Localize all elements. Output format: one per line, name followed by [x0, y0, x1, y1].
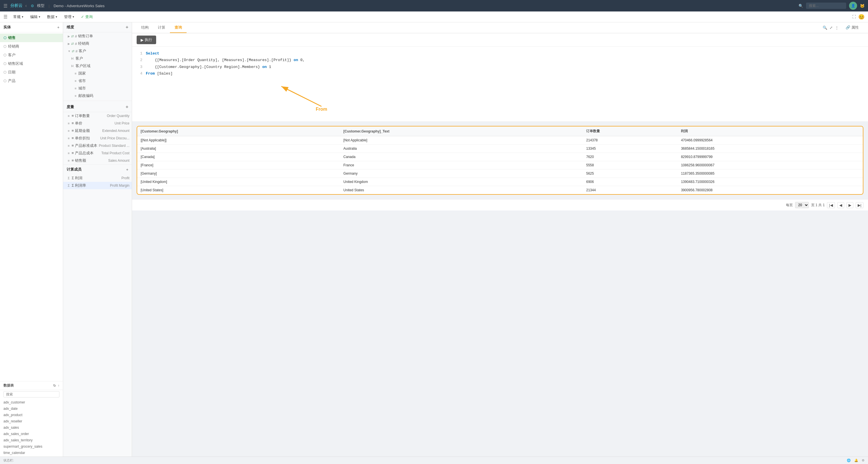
- cell-geography: [France]: [137, 161, 340, 169]
- data-table-search-box: [0, 390, 63, 399]
- keyword-on: on: [293, 58, 298, 62]
- dim-level-city[interactable]: ≡ 城市: [63, 85, 132, 92]
- table-row[interactable]: [Australia] Australia 13345 3685844.1500…: [137, 144, 863, 153]
- execute-button[interactable]: ▶ 执行: [136, 36, 156, 44]
- data-table-item[interactable]: adv_customer: [0, 399, 63, 405]
- per-page-select[interactable]: 20: [795, 202, 809, 208]
- entity-item-reseller[interactable]: ⬡ 经销商: [0, 42, 63, 51]
- dim-level-province[interactable]: ≡ 省市: [63, 77, 132, 85]
- dim-item-customer[interactable]: ▼ ⇄ # 客户: [63, 47, 132, 55]
- ham-icon[interactable]: ☰: [3, 14, 7, 20]
- measure-prod-total-cost[interactable]: ≡ ≡ 产品总成本 Total Product Cost: [63, 150, 132, 157]
- cell-profit: 470466.0999928564: [677, 136, 863, 144]
- entity-item-date[interactable]: ⬡ 日期: [0, 68, 63, 76]
- data-table-item[interactable]: adv_sales: [0, 424, 63, 431]
- refresh-icon[interactable]: ↻: [53, 384, 56, 388]
- entity-add-btn[interactable]: +: [57, 25, 59, 30]
- menu-item-edit[interactable]: 编辑 ▾: [27, 12, 43, 21]
- data-table-item[interactable]: adv_product: [0, 412, 63, 418]
- measure-order-qty[interactable]: ≡ ≡ 订单数量 Order Quantity: [63, 112, 132, 120]
- code-line-2: 2 {[Measures].[Order Quantity], [Measure…: [136, 57, 863, 63]
- measure-alias: Unit Price Discou...: [100, 136, 129, 140]
- dim-item-reseller[interactable]: ▶ ⇄ # 经销商: [63, 40, 132, 47]
- user-avatar[interactable]: 👤: [849, 2, 857, 10]
- user-icon[interactable]: 🐱: [860, 4, 865, 8]
- data-table-item[interactable]: time_calendar: [0, 450, 63, 456]
- last-page-btn[interactable]: ▶|: [856, 202, 863, 208]
- dim-level-country[interactable]: ≡ 国家: [63, 70, 132, 77]
- calc-member-add-btn[interactable]: +: [126, 167, 128, 172]
- hash-icon: #: [75, 41, 77, 46]
- menu-item-regular[interactable]: 常规 ▾: [10, 12, 26, 21]
- nav-back-btn[interactable]: ‹: [25, 3, 27, 8]
- menu-item-manage[interactable]: 管理 ▾: [61, 12, 77, 21]
- entity-icon: ⬡: [3, 62, 6, 66]
- prev-page-btn[interactable]: ◀: [837, 202, 844, 208]
- status-gear-icon[interactable]: ⚙: [862, 459, 865, 462]
- measure-name: ≡ 单价: [71, 121, 82, 126]
- measure-extended-amount[interactable]: ≡ ≡ 延期金额 Extended Amount: [63, 127, 132, 134]
- table-row[interactable]: [Germany] Germany 5625 1187365.350000008…: [137, 169, 863, 178]
- data-table-item[interactable]: adv_reseller: [0, 418, 63, 424]
- upload-icon[interactable]: ↑: [58, 384, 59, 388]
- measure-unit-price[interactable]: ≡ ≡ 单价 Unit Price: [63, 120, 132, 127]
- dim-level-postal[interactable]: ≡ 邮政编码: [63, 92, 132, 100]
- cell-profit: 1390483.7100000326: [677, 178, 863, 186]
- entity-item-customer[interactable]: ⬡ 客户: [0, 51, 63, 59]
- dim-sub-customer[interactable]: H 客户: [63, 55, 132, 62]
- hierarchy-icon: H: [71, 64, 73, 68]
- menu-item-data[interactable]: 数据 ▾: [44, 12, 60, 21]
- calc-member-profit-margin[interactable]: Σ Σ 利润率 Profit Margin: [63, 182, 132, 189]
- entity-item-product[interactable]: ⬡ 产品: [0, 76, 63, 85]
- menu-item-query[interactable]: ✓ 查询: [78, 12, 96, 21]
- measure-icon: ≡: [68, 136, 69, 140]
- table-row[interactable]: [Canada] Canada 7620 829910.8799999799: [137, 153, 863, 161]
- next-page-btn[interactable]: ▶: [846, 202, 854, 208]
- per-page-label: 每页: [786, 203, 793, 208]
- fullscreen-btn[interactable]: ⛶: [851, 13, 857, 20]
- tab-query[interactable]: 查询: [170, 23, 187, 33]
- tab-calculate[interactable]: 计算: [153, 23, 170, 33]
- calc-member-header: 计算成员 +: [63, 164, 132, 174]
- page-info: 页 1 共 1: [811, 203, 825, 208]
- first-page-btn[interactable]: |◀: [827, 202, 835, 208]
- dim-sub-customer-area[interactable]: H 客户区域: [63, 62, 132, 70]
- data-table-item[interactable]: adv_date: [0, 405, 63, 412]
- data-table-search-input[interactable]: [3, 391, 59, 397]
- table-row[interactable]: [France] France 5558 1086258.9600000067: [137, 161, 863, 169]
- dimension-add-btn[interactable]: +: [126, 25, 128, 30]
- tab-structure[interactable]: 结构: [136, 23, 153, 33]
- middle-panel: 维度 + ▶ ⇄ # 销售订单 ▶ ⇄ # 经销商 ▼ ⇄ # 客户: [63, 22, 132, 457]
- measure-prod-std-cost[interactable]: ≡ ≡ 产品标准成本 Product Standard ...: [63, 142, 132, 150]
- status-bell-icon[interactable]: 🔔: [854, 459, 858, 462]
- measure-add-btn[interactable]: +: [126, 104, 128, 109]
- table-row[interactable]: [United States] United States 21344 3900…: [137, 186, 863, 194]
- cell-geography: [[Not Applicable]]: [137, 136, 340, 144]
- code-editor[interactable]: 1 Select 2 {[Measures].[Order Quantity],…: [132, 47, 868, 121]
- calc-member-profit[interactable]: Σ Σ 利润 Profit: [63, 174, 132, 182]
- dimension-section-header: 维度 +: [63, 22, 132, 32]
- measure-unit-discount[interactable]: ≡ ≡ 单价折扣 Unit Price Discou...: [63, 134, 132, 142]
- expand-icon[interactable]: ⤢: [830, 26, 833, 30]
- search-icon[interactable]: 🔍: [823, 26, 827, 30]
- measure-section-header: 度量 +: [63, 102, 132, 112]
- menu-icon[interactable]: ☰: [3, 3, 7, 9]
- entity-list: ⬡ 销售 ⬡ 经销商 ⬡ 客户 ⬡ 销售区域 ⬡ 日期 ⬡ 产品: [0, 32, 63, 381]
- table-row[interactable]: [[Not Applicable]] [Not Applicable] 2143…: [137, 136, 863, 144]
- data-table-item[interactable]: adv_sales_order: [0, 431, 63, 437]
- tab-bar: 结构 计算 查询 🔍 ⤢ ⋮ 🔗 属性: [132, 22, 868, 33]
- user-menu-icon[interactable]: 😊: [858, 14, 865, 20]
- entity-item-sales[interactable]: ⬡ 销售: [0, 34, 63, 42]
- status-globe-icon[interactable]: 🌐: [847, 459, 851, 462]
- line-num: 1: [136, 50, 143, 57]
- entity-item-territory[interactable]: ⬡ 销售区域: [0, 59, 63, 68]
- tab-properties[interactable]: 🔗 属性: [841, 23, 863, 33]
- table-row[interactable]: [United Kingdom] United Kingdom 6906 139…: [137, 178, 863, 186]
- cell-geography-text: United States: [340, 186, 583, 194]
- dim-item-sales-order[interactable]: ▶ ⇄ # 销售订单: [63, 32, 132, 40]
- global-search-input[interactable]: [806, 3, 846, 9]
- more-icon[interactable]: ⋮: [835, 26, 839, 30]
- measure-sales-amount[interactable]: ≡ ≡ 销售额 Sales Amount: [63, 157, 132, 164]
- data-table-item[interactable]: supermart_grocery_sales: [0, 443, 63, 450]
- data-table-item[interactable]: adv_sales_territory: [0, 437, 63, 443]
